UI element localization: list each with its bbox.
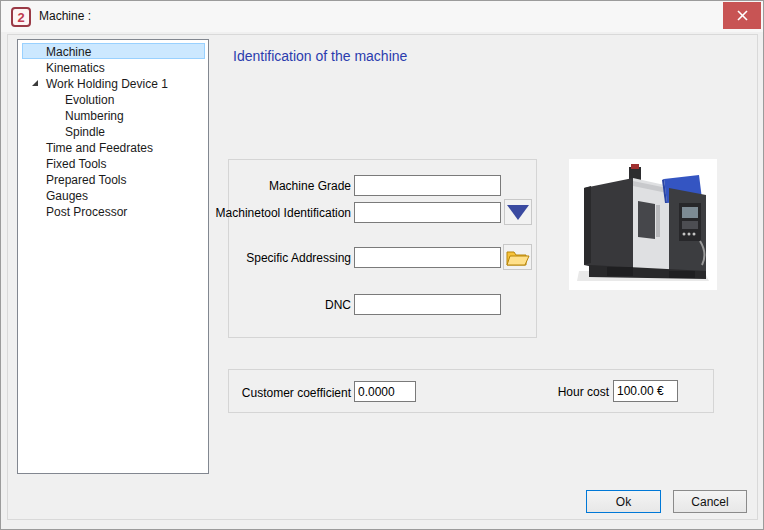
machine-dialog: 2 Machine : Machine Kinematics Work Hold… xyxy=(0,0,764,530)
open-folder-icon xyxy=(506,248,530,267)
tree-item-spindle[interactable]: Spindle xyxy=(22,123,205,139)
tree-item-kinematics[interactable]: Kinematics xyxy=(22,59,205,75)
tree-item-work-holding-device-1[interactable]: Work Holding Device 1 xyxy=(22,75,205,91)
cnc-machine-illustration xyxy=(569,159,717,290)
title-bar: 2 Machine : xyxy=(1,1,763,32)
app-logo-icon: 2 xyxy=(11,7,31,27)
machine-grade-label: Machine Grade xyxy=(151,179,351,193)
tree-item-label: Numbering xyxy=(23,108,204,124)
tree-item-evolution[interactable]: Evolution xyxy=(22,91,205,107)
cancel-button[interactable]: Cancel xyxy=(673,490,747,513)
window-title: Machine : xyxy=(39,9,91,23)
machinetool-select-button[interactable] xyxy=(504,199,532,225)
tree-item-label: Time and Feedrates xyxy=(23,140,204,156)
customer-coefficient-input[interactable] xyxy=(354,381,416,402)
hour-cost-input[interactable] xyxy=(613,380,678,402)
app-logo-glyph: 2 xyxy=(17,11,24,24)
tree-item-label: Evolution xyxy=(23,92,204,108)
hour-cost-label: Hour cost xyxy=(409,385,609,399)
machine-grade-input[interactable] xyxy=(354,175,501,196)
tree-item-label: Kinematics xyxy=(23,60,204,76)
tree-expander-icon[interactable] xyxy=(32,80,38,86)
tree-item-numbering[interactable]: Numbering xyxy=(22,107,205,123)
machine-photo xyxy=(569,159,717,290)
tree-item-machine[interactable]: Machine xyxy=(22,43,205,59)
specific-addressing-label: Specific Addressing xyxy=(151,251,351,265)
tree-item-time-and-feedrates[interactable]: Time and Feedrates xyxy=(22,139,205,155)
customer-coefficient-label: Customer coefficient xyxy=(151,386,351,400)
tree-item-label: Spindle xyxy=(23,124,204,140)
tree-item-label: Machine xyxy=(23,44,204,60)
dropdown-arrow-icon xyxy=(507,205,529,220)
specific-addressing-browse-button[interactable] xyxy=(503,244,532,270)
dnc-input[interactable] xyxy=(354,294,501,315)
dnc-label: DNC xyxy=(151,298,351,312)
close-icon xyxy=(737,10,748,21)
ok-button[interactable]: Ok xyxy=(586,490,661,513)
tree-item-label: Work Holding Device 1 xyxy=(23,76,204,92)
tree-item-fixed-tools[interactable]: Fixed Tools xyxy=(22,155,205,171)
close-button[interactable] xyxy=(723,2,761,29)
tree-item-label: Fixed Tools xyxy=(23,156,204,172)
page-title: Identification of the machine xyxy=(233,48,407,64)
specific-addressing-input[interactable] xyxy=(354,247,501,268)
machinetool-identification-label: Machinetool Identification xyxy=(151,206,351,220)
machinetool-identification-input[interactable] xyxy=(354,202,501,223)
